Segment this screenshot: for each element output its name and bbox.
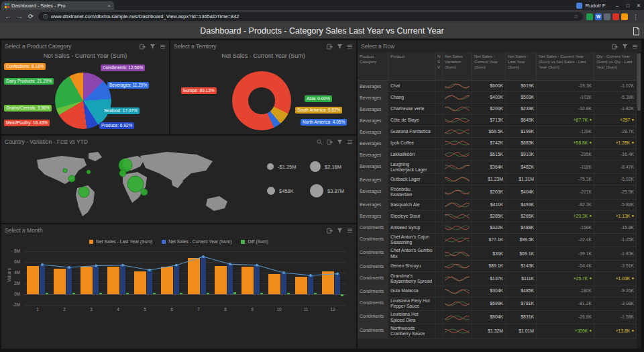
- cell-last-year: $1.01M: [506, 324, 537, 337]
- y-tick-label: 0M: [14, 292, 20, 296]
- address-bar[interactable]: ⓘ www.dbxtranet.com/dbxtra-sample-rws/Da…: [38, 12, 583, 21]
- x-tick-label: 12: [319, 307, 346, 312]
- cell-blank: [435, 324, 443, 337]
- export-icon[interactable]: [327, 139, 333, 145]
- cell-blank: [435, 286, 443, 297]
- column-header[interactable]: N S V: [435, 52, 443, 80]
- menu-icon[interactable]: [347, 139, 353, 145]
- table-row[interactable]: CondimentsChef Anton's Cajun Seasoning$7…: [358, 234, 637, 247]
- menu-icon[interactable]: [632, 44, 638, 50]
- extension-red-icon[interactable]: [612, 13, 619, 20]
- legend-item: Net Sales - Last Year (Sum): [89, 239, 152, 244]
- cell-category: Condiments: [358, 272, 388, 285]
- table-row[interactable]: BeveragesSasquatch Ale$411K$493K-82.3K-5…: [358, 200, 637, 211]
- extension-blue-w-icon[interactable]: W: [595, 13, 602, 20]
- filter-icon[interactable]: [337, 228, 343, 234]
- table-row[interactable]: CondimentsLouisiana Fiery Hot Pepper Sau…: [358, 298, 637, 311]
- extension-orange-icon[interactable]: [621, 13, 628, 20]
- tab-favicon-icon: [5, 3, 9, 8]
- filter-icon[interactable]: [150, 44, 156, 50]
- continent-greenland: [89, 152, 102, 161]
- table-row[interactable]: BeveragesChai$600K$619K-19.3K-1.07K: [358, 81, 637, 92]
- table-row[interactable]: CondimentsGrandma's Boysenberry Spread$1…: [358, 272, 637, 285]
- export-icon[interactable]: [327, 228, 333, 234]
- filter-icon[interactable]: [622, 44, 628, 50]
- info-icon[interactable]: ⓘ: [43, 13, 48, 20]
- map-bubble[interactable]: [87, 170, 91, 174]
- map-bubble[interactable]: [141, 189, 148, 195]
- map-bubble[interactable]: [68, 175, 75, 182]
- x-axis-labels: 123456789101112: [24, 307, 346, 312]
- table-row[interactable]: CondimentsChef Anton's Gumbo Mix$30K$69.…: [358, 247, 637, 261]
- table-row[interactable]: BeveragesChartreuse verte$200K$233K-32.8…: [358, 103, 637, 115]
- forward-icon[interactable]: →: [15, 13, 23, 20]
- map-bubble[interactable]: [119, 159, 132, 172]
- browser-menu-icon[interactable]: ⋮: [633, 13, 639, 20]
- dashboard-export-icon[interactable]: [633, 26, 640, 38]
- cell-vs-qty: -1.58K: [594, 311, 637, 324]
- column-header[interactable]: Net Sales - Last Year (Sum): [506, 52, 537, 80]
- table-row[interactable]: CondimentsGula Malacca$304K$485K-180K-9.…: [358, 286, 637, 298]
- column-header[interactable]: Product Category: [358, 52, 388, 80]
- close-button[interactable]: ✕: [633, 3, 644, 9]
- filter-icon[interactable]: [337, 44, 343, 50]
- user-name[interactable]: Rudolf F.: [585, 3, 606, 9]
- map-bubble[interactable]: [119, 170, 126, 177]
- table-row[interactable]: CondimentsLouisiana Hot Spiced Okra$804K…: [358, 311, 637, 324]
- cell-sparkline: [443, 161, 472, 173]
- reload-icon[interactable]: ⟳: [27, 13, 35, 20]
- map-legend-item: $3.87M: [310, 184, 353, 197]
- table-scrollbar[interactable]: [637, 52, 641, 349]
- table-row[interactable]: CondimentsAniseed Syrup$322K$488K-166K-1…: [358, 222, 637, 234]
- table-row[interactable]: BeveragesCôte de Blaye$713K$645K+67.7K●+…: [358, 115, 637, 126]
- export-icon[interactable]: [612, 44, 618, 50]
- export-icon[interactable]: [140, 44, 146, 50]
- column-header[interactable]: Net Sales Variation (Sum): [443, 52, 472, 80]
- world-map[interactable]: [21, 150, 256, 220]
- menu-icon[interactable]: [347, 44, 353, 50]
- table-row[interactable]: BeveragesOutback Lager$1.23M$1.31M-75.3K…: [358, 174, 637, 185]
- menu-icon[interactable]: [160, 44, 166, 50]
- line-marker: [121, 264, 124, 267]
- menu-icon[interactable]: [347, 228, 353, 234]
- table-row[interactable]: BeveragesLaughing Lumberjack Lager$364K$…: [358, 161, 637, 174]
- bookmark-star-icon[interactable]: ☆: [574, 13, 578, 19]
- map-bubble[interactable]: [63, 169, 67, 173]
- category-pie[interactable]: [55, 73, 111, 129]
- profile-avatar[interactable]: [576, 3, 582, 9]
- export-icon[interactable]: [327, 44, 333, 50]
- cell-blank: [435, 81, 443, 91]
- browser-tab[interactable]: Dashboard - Sales - Pro ×: [1, 1, 114, 10]
- zoom-icon[interactable]: [317, 139, 323, 145]
- tab-close-icon[interactable]: ×: [107, 3, 111, 9]
- back-icon[interactable]: ←: [4, 13, 12, 20]
- column-header[interactable]: Qty - Current Year (Sum) vs Qty - Last Y…: [594, 52, 637, 80]
- map-bubble[interactable]: [78, 187, 89, 197]
- table-row[interactable]: BeveragesRhönbräu Klosterbier$203K$404K-…: [358, 185, 637, 199]
- table-row[interactable]: BeveragesSteeleye Stout$285K$265K+20.3K●…: [358, 211, 637, 222]
- column-header[interactable]: Net Sales - Current Year (Sum) vs Net Sa…: [537, 52, 594, 80]
- column-header[interactable]: Net Sales - Current Year (Sum): [472, 52, 506, 80]
- cell-sparkline: [443, 81, 472, 91]
- territory-donut[interactable]: [232, 71, 291, 130]
- map-bubble[interactable]: [127, 176, 144, 192]
- maximize-button[interactable]: □: [623, 3, 633, 9]
- column-header[interactable]: Product: [388, 52, 435, 80]
- table-row[interactable]: CondimentsNorthwoods Cranberry Sauce$1.3…: [358, 324, 637, 338]
- extension-green-icon[interactable]: [586, 13, 593, 20]
- table-row[interactable]: BeveragesChang$400K$503K-103K-5.38K: [358, 92, 637, 103]
- minimize-button[interactable]: –: [612, 3, 623, 9]
- table-row[interactable]: BeveragesGuaraná Fantástica$69.5K$199K-1…: [358, 126, 637, 138]
- table-row[interactable]: CondimentsGenen Shouyu$89.1K$143K-54.4K-…: [358, 261, 637, 272]
- extension-slate-icon[interactable]: [604, 13, 610, 20]
- cell-vs-qty: -5.38K: [594, 92, 637, 103]
- filter-icon[interactable]: [337, 139, 343, 145]
- line-marker: [282, 271, 285, 274]
- table-row[interactable]: BeveragesLakkalikööri$615K$910K-295K-16.…: [358, 149, 637, 161]
- cell-current-year: $1.23M: [472, 174, 506, 185]
- panel-title: Select a Product Category: [5, 43, 136, 50]
- cell-category: Condiments: [358, 234, 388, 247]
- sparkline: [445, 212, 470, 220]
- scrollbar-thumb[interactable]: [637, 53, 641, 111]
- table-row[interactable]: BeveragesIpoh Coffee$742K$683K+58.8K●+1.…: [358, 138, 637, 149]
